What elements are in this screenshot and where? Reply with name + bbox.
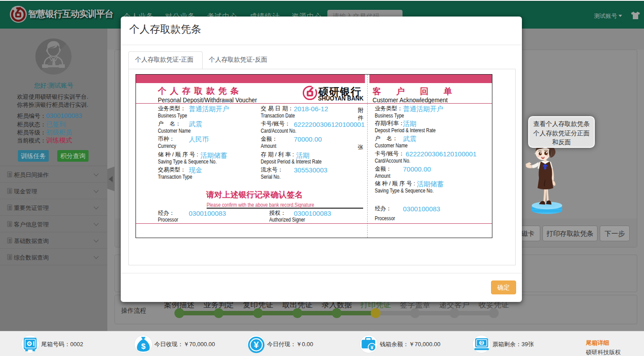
svg-text:¥: ¥ (254, 340, 259, 350)
svg-text:0: 0 (480, 340, 483, 345)
svg-text:¥: ¥ (370, 345, 373, 350)
svg-text:$: $ (141, 342, 146, 351)
